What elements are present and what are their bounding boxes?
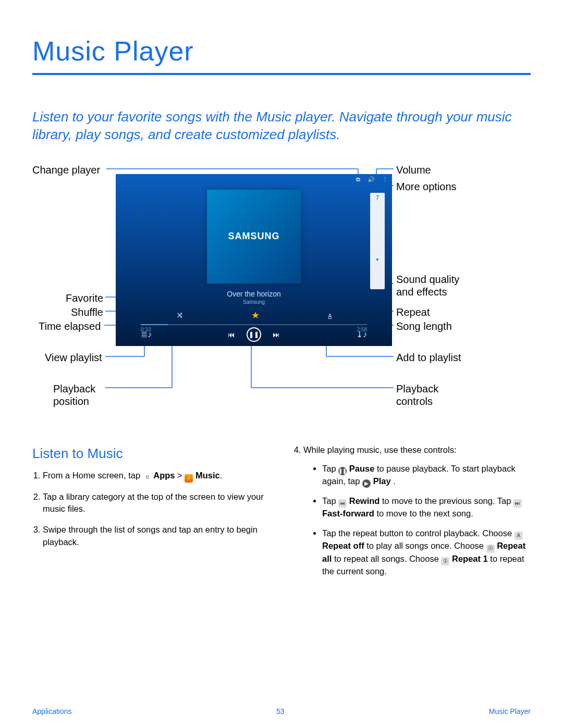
ff-inline-icon: ⏭	[513, 499, 522, 508]
progress-bar[interactable]	[141, 324, 367, 325]
add-to-playlist-icon[interactable]: ⤓♪	[356, 329, 367, 339]
intro-text: Listen to your favorite songs with the M…	[32, 108, 531, 144]
song-artist: Samsung	[116, 299, 392, 305]
play-icon: ▶	[362, 479, 371, 488]
footer-page-number: 53	[276, 707, 285, 715]
annotated-diagram: Change player Favorite Shuffle Time elap…	[32, 164, 533, 419]
volume-slider[interactable]	[370, 193, 385, 289]
label-favorite: Favorite	[66, 292, 103, 304]
label-repeat: Repeat	[396, 306, 430, 318]
repeat-off-icon: A	[515, 532, 523, 540]
pause-button[interactable]: ❚❚	[247, 327, 261, 342]
rewind-inline-icon: ⏮	[338, 499, 347, 508]
album-art: SAMSUNG	[207, 190, 301, 283]
bullet-rewind-ff: Tap ⏮ Rewind to move to the previous son…	[322, 495, 531, 520]
repeat-one-icon: ①	[441, 557, 449, 565]
album-brand: SAMSUNG	[228, 231, 279, 242]
repeat-all-icon: Ⓐ	[486, 545, 495, 553]
fast-forward-icon[interactable]: ⏭	[273, 330, 280, 339]
label-add-to-playlist: Add to playlist	[396, 351, 461, 364]
music-app-icon: ♪	[185, 474, 193, 483]
view-playlist-icon[interactable]: ≣♪	[141, 329, 152, 339]
favorite-icon[interactable]: ★	[251, 310, 260, 321]
footer-right: Music Player	[489, 707, 531, 715]
music-player-screenshot: ⧉ 🔊 ⋮ SAMSUNG Over the horizon Samsung ⤨…	[116, 174, 392, 346]
label-view-playlist: View playlist	[45, 351, 102, 364]
bullet-repeat: Tap the repeat button to control playbac…	[322, 527, 531, 578]
label-shuffle: Shuffle	[71, 306, 103, 318]
shuffle-icon[interactable]: ⤨	[176, 310, 183, 320]
step-4: While playing music, use these controls:…	[303, 444, 531, 578]
label-playback-position: Playback position	[53, 382, 105, 408]
rewind-icon[interactable]: ⏮	[228, 330, 235, 339]
label-song-length: Song length	[396, 320, 452, 332]
title-rule	[32, 73, 531, 75]
step-3: Swipe through the list of songs and tap …	[43, 524, 270, 549]
more-options-icon[interactable]: ⋮	[382, 176, 388, 183]
step-2: Tap a library category at the top of the…	[43, 491, 270, 516]
bullet-pause-play: Tap ❚❚ Pause to pause playback. To start…	[322, 463, 531, 488]
label-more-options: More options	[396, 180, 457, 193]
footer-left: Applications	[32, 707, 72, 715]
transport-controls: ⏮ ❚❚ ⏭	[228, 327, 280, 342]
pause-icon: ❚❚	[338, 467, 347, 475]
page-title: Music Player	[32, 35, 531, 67]
section-heading: Listen to Music	[32, 444, 270, 464]
label-volume: Volume	[396, 164, 431, 176]
label-playback-controls: Playback controls	[396, 382, 459, 408]
page-footer: Applications 53 Music Player	[32, 707, 531, 715]
change-player-icon[interactable]: ⧉	[356, 176, 360, 183]
volume-icon[interactable]: 🔊	[368, 176, 375, 183]
label-change-player: Change player	[32, 164, 100, 176]
label-sound-quality: Sound quality and effects	[396, 273, 480, 298]
song-title: Over the horizon	[116, 290, 392, 298]
step-1: From a Home screen, tap ⠿ Apps > ♪ Music…	[43, 470, 270, 482]
repeat-icon[interactable]: A	[328, 311, 332, 320]
label-time-elapsed: Time elapsed	[39, 320, 101, 332]
apps-grid-icon: ⠿	[143, 474, 151, 483]
